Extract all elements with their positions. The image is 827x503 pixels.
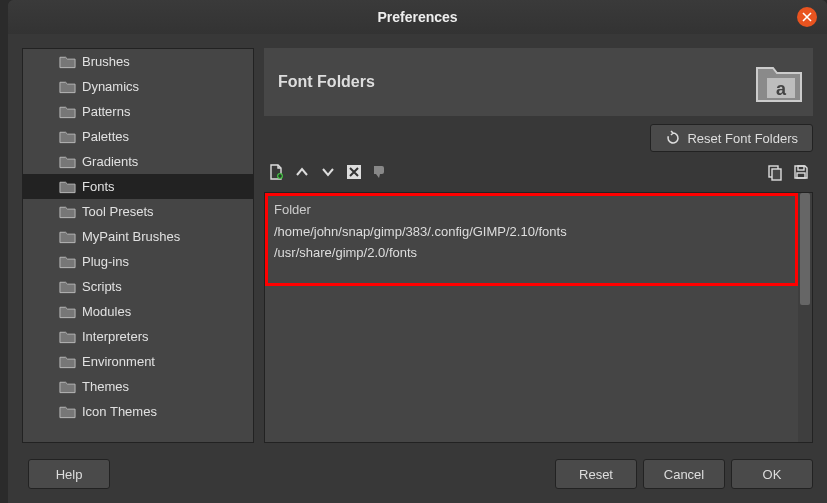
preferences-window: Preferences BrushesDynamicsPatternsPalet… [8,0,827,503]
sidebar-item-label: Patterns [82,104,130,119]
panel-header: Font Folders a [264,48,813,116]
reset-row: Reset Font Folders [264,124,813,152]
sidebar-item-label: Interpreters [82,329,148,344]
sidebar-item-patterns[interactable]: Patterns [23,99,253,124]
ok-label: OK [763,467,782,482]
content-area: BrushesDynamicsPatternsPalettesGradients… [8,34,827,447]
chevron-down-icon [319,163,337,181]
sidebar-item-palettes[interactable]: Palettes [23,124,253,149]
new-document-icon [267,163,285,181]
cancel-label: Cancel [664,467,704,482]
sidebar-item-tool-presets[interactable]: Tool Presets [23,199,253,224]
folder-row[interactable]: /home/john/snap/gimp/383/.config/GIMP/2.… [274,221,789,242]
save-icon [792,163,810,181]
sidebar-item-fonts[interactable]: Fonts [23,174,253,199]
panel-title: Font Folders [278,73,375,91]
svg-rect-6 [798,166,804,170]
sidebar-item-interpreters[interactable]: Interpreters [23,324,253,349]
sidebar-item-label: Fonts [82,179,115,194]
sidebar-item-label: Tool Presets [82,204,154,219]
folder-list-highlight: Folder /home/john/snap/gimp/383/.config/… [265,193,798,286]
window-title: Preferences [377,9,457,25]
sidebar-item-label: Palettes [82,129,129,144]
folder-column-header[interactable]: Folder [274,198,789,221]
copy-path-button[interactable] [763,160,787,184]
scrollbar-thumb[interactable] [800,193,810,305]
delete-icon [345,163,363,181]
folder-list-area: Folder /home/john/snap/gimp/383/.config/… [264,192,813,443]
sidebar-item-brushes[interactable]: Brushes [23,49,253,74]
new-folder-button[interactable] [264,160,288,184]
sidebar-item-label: Icon Themes [82,404,157,419]
titlebar: Preferences [8,0,827,34]
svg-text:a: a [776,79,787,99]
close-button[interactable] [797,7,817,27]
close-icon [802,12,812,22]
help-button[interactable]: Help [28,459,110,489]
reset-label: Reset [579,467,613,482]
ok-button[interactable]: OK [731,459,813,489]
help-label: Help [56,467,83,482]
sidebar-item-label: Environment [82,354,155,369]
browse-folder-button[interactable] [789,160,813,184]
copy-icon [766,163,784,181]
sidebar-item-label: Themes [82,379,129,394]
sidebar-item-dynamics[interactable]: Dynamics [23,74,253,99]
sidebar-item-label: Plug-ins [82,254,129,269]
cancel-button[interactable]: Cancel [643,459,725,489]
sidebar-item-label: Scripts [82,279,122,294]
chevron-up-icon [293,163,311,181]
reset-button[interactable]: Reset [555,459,637,489]
folder-list-content: Folder /home/john/snap/gimp/383/.config/… [265,193,798,442]
preferences-tree[interactable]: BrushesDynamicsPatternsPalettesGradients… [22,48,254,443]
fonts-folder-icon: a [753,56,805,108]
thumbs-down-button[interactable] [368,160,392,184]
sidebar-item-label: Brushes [82,54,130,69]
move-up-button[interactable] [290,160,314,184]
folder-list-scrollbar[interactable] [798,193,812,442]
sidebar-item-icon-themes[interactable]: Icon Themes [23,399,253,424]
sidebar-item-label: Gradients [82,154,138,169]
sidebar-item-mypaint-brushes[interactable]: MyPaint Brushes [23,224,253,249]
reset-icon [665,130,681,146]
svg-rect-7 [797,173,805,178]
main-panel: Font Folders a Reset Font Folders [254,48,813,443]
folder-toolbar [264,160,813,184]
dialog-footer: Help Reset Cancel OK [8,447,827,503]
move-down-button[interactable] [316,160,340,184]
sidebar-item-gradients[interactable]: Gradients [23,149,253,174]
thumbs-down-icon [371,163,389,181]
sidebar-item-plug-ins[interactable]: Plug-ins [23,249,253,274]
reset-font-folders-label: Reset Font Folders [687,131,798,146]
sidebar-item-label: MyPaint Brushes [82,229,180,244]
sidebar-item-modules[interactable]: Modules [23,299,253,324]
sidebar-item-label: Dynamics [82,79,139,94]
reset-font-folders-button[interactable]: Reset Font Folders [650,124,813,152]
folder-row[interactable]: /usr/share/gimp/2.0/fonts [274,242,789,263]
sidebar-item-environment[interactable]: Environment [23,349,253,374]
sidebar-item-label: Modules [82,304,131,319]
sidebar-item-themes[interactable]: Themes [23,374,253,399]
svg-rect-5 [772,169,781,180]
sidebar-item-scripts[interactable]: Scripts [23,274,253,299]
delete-folder-button[interactable] [342,160,366,184]
